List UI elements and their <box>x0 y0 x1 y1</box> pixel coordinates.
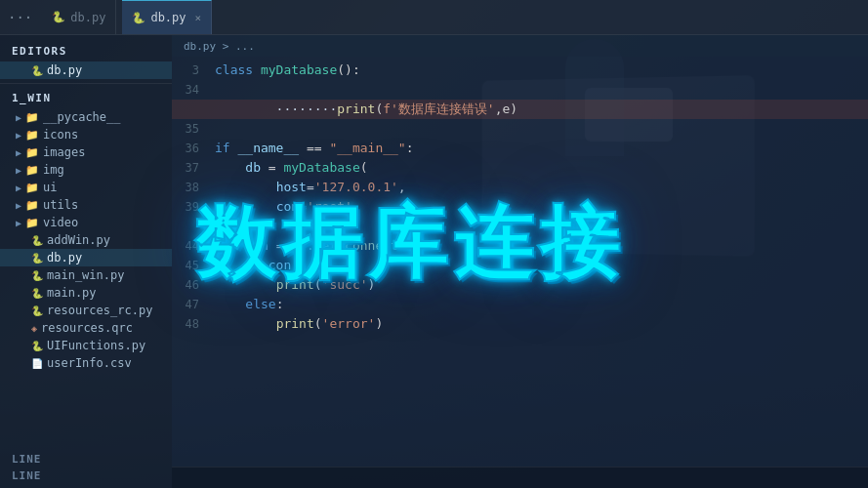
py-icon-mainwin: 🐍 <box>31 270 43 281</box>
code-content: 3 class myDatabase(): 34 ········print(f… <box>172 57 868 467</box>
file-label-userinfo: userInfo.csv <box>47 356 132 370</box>
line-num-3: 3 <box>172 61 215 80</box>
file-label-db: db.py <box>47 251 82 264</box>
folder-label-pycache: __pycache__ <box>43 110 120 124</box>
bottom-panel-line2: LINE <box>0 468 172 484</box>
line-num-34: 34 <box>172 80 215 100</box>
editors-db-label: db.py <box>47 63 82 77</box>
editor-area: db.py > ... 3 class myDatabase(): 34 ···… <box>172 35 868 488</box>
line-content-45: if con: <box>215 256 868 275</box>
py-icon-main: 🐍 <box>31 288 43 299</box>
sidebar-file-resources-rc[interactable]: 🐍 resources_rc.py <box>0 302 172 319</box>
sidebar-folder-ui[interactable]: ▶ 📁 ui <box>0 179 172 196</box>
line-num-45: 45 <box>172 256 215 275</box>
folder-icon-pycache: 📁 <box>25 111 39 124</box>
line-content-46: print('succ') <box>215 275 868 295</box>
line-num-46: 46 <box>172 275 215 295</box>
chevron-icon-utils: ▶ <box>16 200 21 211</box>
sidebar-folder-images[interactable]: ▶ 📁 images <box>0 143 172 161</box>
sidebar-folder-video[interactable]: ▶ 📁 video <box>0 214 172 231</box>
breadcrumb-text: db.py > ... <box>184 40 255 53</box>
line-num-38: 38 <box>172 178 215 197</box>
sidebar-file-uifunctions[interactable]: 🐍 UIFunctions.py <box>0 337 172 354</box>
folder-label-utils: utils <box>43 198 78 212</box>
chevron-icon-icons: ▶ <box>16 130 21 141</box>
folder-label-img: img <box>43 163 64 177</box>
code-line-45: 45 if con: <box>172 256 868 275</box>
line-content-hl: ········print(f'数据库连接错误',e) <box>215 100 868 119</box>
py-icon-uifunctions: 🐍 <box>31 341 43 351</box>
folder-label-icons: icons <box>43 128 78 142</box>
sidebar: EDITORS 🐍 db.py 1_WIN ▶ 📁 __pycache__ ▶ … <box>0 35 172 488</box>
python-icon-active: 🐍 <box>132 12 145 24</box>
chevron-icon-img: ▶ <box>16 165 21 176</box>
code-line-empty <box>172 217 868 236</box>
code-line-38: 38 host='127.0.0.1', <box>172 178 868 197</box>
code-line-highlighted: ········print(f'数据库连接错误',e) <box>172 100 868 119</box>
sidebar-file-db-editors[interactable]: 🐍 db.py <box>0 61 172 79</box>
folder-label-ui: ui <box>43 181 57 194</box>
file-label-resources-qrc: resources.qrc <box>41 321 133 335</box>
line-content-38: host='127.0.0.1', <box>215 178 868 197</box>
code-line-48: 48 print('error') <box>172 314 868 334</box>
code-line-37: 37 db = myDatabase( <box>172 158 868 178</box>
sidebar-folder-utils[interactable]: ▶ 📁 utils <box>0 196 172 214</box>
line-content-44: con = db.get_connection(); <box>215 236 868 256</box>
sidebar-file-userinfo[interactable]: 📄 userInfo.csv <box>0 354 172 372</box>
title-bar: ··· 🐍 db.py 🐍 db.py × <box>0 0 868 35</box>
line-num-48: 48 <box>172 314 215 334</box>
sidebar-file-db[interactable]: 🐍 db.py <box>0 249 172 266</box>
csv-icon: 📄 <box>31 358 43 369</box>
file-label-main: main.py <box>47 286 97 300</box>
file-label-mainwin: main_win.py <box>47 268 124 282</box>
line-content-3: class myDatabase(): <box>215 61 868 80</box>
sidebar-file-addwin[interactable]: 🐍 addWin.py <box>0 231 172 249</box>
qrc-icon: ◈ <box>31 323 37 334</box>
title-dots: ··· <box>8 10 32 25</box>
code-line-35: 35 <box>172 119 868 139</box>
sidebar-file-resources-qrc[interactable]: ◈ resources.qrc <box>0 319 172 337</box>
sidebar-file-main[interactable]: 🐍 main.py <box>0 284 172 302</box>
line-num-37: 37 <box>172 158 215 178</box>
folder-label-images: images <box>43 145 85 159</box>
editors-section-title: EDITORS <box>0 39 172 61</box>
sidebar-folder-img[interactable]: ▶ 📁 img <box>0 161 172 179</box>
tab-active-label: db.py <box>150 11 186 24</box>
code-line-39: 39 con='root' <box>172 197 868 217</box>
file-label-resources-rc: resources_rc.py <box>47 304 152 317</box>
code-line-47: 47 else: <box>172 295 868 314</box>
tab-close-button[interactable]: × <box>195 12 202 24</box>
py-icon-addwin: 🐍 <box>31 235 43 246</box>
folder-icon-ui: 📁 <box>25 182 39 194</box>
line-content-36: if __name__ == "__main__": <box>215 139 868 158</box>
tab-db-py[interactable]: 🐍 db.py × <box>122 0 212 34</box>
code-line-34: 34 <box>172 80 868 100</box>
sidebar-file-mainwin[interactable]: 🐍 main_win.py <box>0 266 172 284</box>
line-content-47: else: <box>215 295 868 314</box>
breadcrumb: db.py > ... <box>172 35 868 57</box>
line-num-35: 35 <box>172 119 215 139</box>
code-line-46: 46 print('succ') <box>172 275 868 295</box>
folder-icon-icons: 📁 <box>25 129 39 142</box>
chevron-icon-images: ▶ <box>16 147 21 158</box>
chevron-icon-video: ▶ <box>16 218 21 228</box>
folder-icon-video: 📁 <box>25 217 39 229</box>
bottom-panels: LINE LINE <box>0 451 172 488</box>
chevron-icon-ui: ▶ <box>16 183 21 193</box>
folder-icon-images: 📁 <box>25 146 39 159</box>
sidebar-folder-pycache[interactable]: ▶ 📁 __pycache__ <box>0 108 172 126</box>
file-label-addwin: addWin.py <box>47 233 110 247</box>
win-section-title: 1_WIN <box>0 83 172 108</box>
line-num-47: 47 <box>172 295 215 314</box>
chevron-icon-pycache: ▶ <box>16 112 21 123</box>
py-icon-db: 🐍 <box>31 253 43 264</box>
tab-inactive[interactable]: 🐍 db.py <box>42 0 116 34</box>
status-bar <box>172 467 868 488</box>
tab-inactive-label: db.py <box>70 11 105 24</box>
python-icon-inactive: 🐍 <box>52 11 65 23</box>
folder-label-video: video <box>43 216 78 229</box>
sidebar-folder-icons[interactable]: ▶ 📁 icons <box>0 126 172 143</box>
line-content-48: print('error') <box>215 314 868 334</box>
py-icon-editors: 🐍 <box>31 65 43 76</box>
line-content-37: db = myDatabase( <box>215 158 868 178</box>
